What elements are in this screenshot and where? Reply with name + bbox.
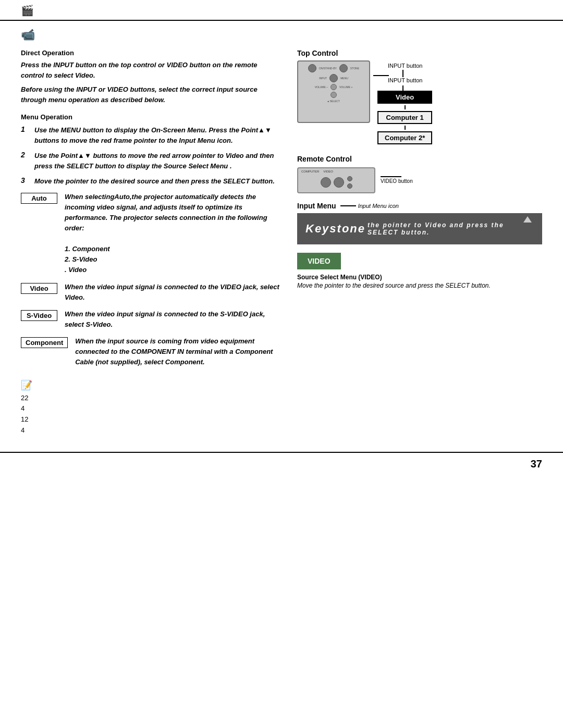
computer1-button: Computer 1 <box>377 111 432 124</box>
source-video-desc-text: When the video input signal is connected… <box>65 283 279 301</box>
input-menu-icon-label: Input Menu icon <box>358 203 399 209</box>
remote-video-btn <box>334 177 344 188</box>
input-menu-section: Input Menu Input Menu icon Keystone the … <box>297 202 542 289</box>
left-column: Direct Operation Press the INPUT button … <box>21 49 292 374</box>
top-control-title: Top Control <box>297 49 542 57</box>
projector-diagram: ON/STAND-BY STONE INPUT MENU VOLUME – <box>297 60 370 123</box>
menu-operation-section: Menu Operation 1 Use the MENU button to … <box>21 113 282 187</box>
page-number: 37 <box>531 458 542 470</box>
top-control-section: Top Control ON/STAND-BY STONE <box>297 49 542 144</box>
source-svideo-desc-text: When the video input signal is connected… <box>65 310 265 328</box>
input-arrow <box>373 75 389 76</box>
source-video-row: Video When the video input signal is con… <box>21 282 282 303</box>
source-auto-desc: When selectingAuto,the projector automat… <box>65 192 282 276</box>
step-3: 3 Move the pointer to the desired source… <box>21 176 282 187</box>
direct-operation-text1: Press the INPUT button on the top contro… <box>21 60 282 80</box>
remote-small-btn-2 <box>347 183 352 189</box>
source-svideo-desc: When the video input signal is connected… <box>65 309 282 330</box>
step-2-number: 2 <box>21 151 31 159</box>
source-component-desc: When the input source is coming from vid… <box>75 336 282 367</box>
remote-control-title: Remote Control <box>297 155 542 163</box>
bottom-note-icon: 📝 <box>21 379 542 391</box>
bottom-notes: 📝 22 4 12 4 <box>0 374 563 436</box>
right-column: Top Control ON/STAND-BY STONE <box>292 49 542 374</box>
source-svideo-row: S-Video When the video input signal is c… <box>21 309 282 330</box>
source-auto-row: Auto When selectingAuto,the projector au… <box>21 192 282 276</box>
source-svideo-box: S-Video <box>21 310 57 321</box>
input-button-label-2: INPUT button <box>388 77 432 83</box>
step-1: 1 Use the MENU button to display the On-… <box>21 125 282 145</box>
remote-control-section: Remote Control COMPUTER VIDEO <box>297 155 542 193</box>
triangle-icon <box>523 216 532 223</box>
remote-computer-btn <box>321 177 331 188</box>
source-video-box: Video <box>21 283 57 294</box>
direct-operation-text2: Before using the INPUT or VIDEO buttons,… <box>21 84 282 105</box>
step-2: 2 Use the Point▲▼ buttons to move the re… <box>21 151 282 171</box>
proj-btn-input <box>329 74 338 82</box>
source-auto-box: Auto <box>21 193 57 204</box>
proj-knob-2 <box>331 92 337 98</box>
note-num-4: 4 <box>21 425 542 436</box>
step-3-text: Move the pointer to the desired source a… <box>34 176 275 187</box>
proj-btn-2 <box>339 64 348 72</box>
input-menu-title-text: Input Menu <box>297 202 336 210</box>
note-num-2: 4 <box>21 403 542 414</box>
menu-operation-title: Menu Operation <box>21 113 282 121</box>
step-3-number: 3 <box>21 176 31 184</box>
top-bar: 🎬 <box>0 0 563 21</box>
page-container: 🎬 📹 Direct Operation Press the INPUT but… <box>0 0 563 728</box>
source-component-desc-text: When the input source is coming from vid… <box>75 337 273 366</box>
proj-btn-1 <box>308 64 316 72</box>
section-icon: 📹 <box>21 28 35 41</box>
step-1-number: 1 <box>21 125 31 133</box>
keystone-text: Keystone <box>305 222 365 236</box>
source-video-desc: When the video input signal is connected… <box>65 282 282 303</box>
step-1-text: Use the MENU button to display the On-Sc… <box>34 125 282 145</box>
direct-operation-section: Direct Operation Press the INPUT button … <box>21 49 282 105</box>
note-num-3: 12 <box>21 414 542 425</box>
section-icon-row: 📹 <box>0 21 563 44</box>
direct-operation-title: Direct Operation <box>21 49 282 57</box>
note-num-1: 22 <box>21 393 542 404</box>
video-button: Video <box>377 91 432 104</box>
bottom-note-numbers: 22 4 12 4 <box>21 393 542 436</box>
step-2-text: Use the Point▲▼ buttons to move the red … <box>34 151 282 171</box>
keystone-overlay: the pointer to Video and press the SELEC… <box>368 221 534 236</box>
source-select-desc: Move the pointer to the desired source a… <box>297 282 542 289</box>
video-source-box: VIDEO <box>297 253 341 269</box>
source-select-label: Source Select Menu (VIDEO) <box>297 274 542 281</box>
main-content: Direct Operation Press the INPUT button … <box>0 44 563 374</box>
proj-knob <box>331 84 337 90</box>
remote-small-btn-1 <box>347 176 352 181</box>
top-bar-icon: 🎬 <box>21 4 34 17</box>
keystone-banner: Keystone the pointer to Video and press … <box>297 213 542 244</box>
video-button-label: VIDEO button <box>381 178 413 184</box>
bottom-section: 37 <box>0 452 563 475</box>
source-component-box: Component <box>21 337 68 348</box>
computer2-button: Computer 2* <box>377 131 432 144</box>
input-button-label-top: INPUT button <box>388 63 432 69</box>
remote-control-diagram: COMPUTER VIDEO <box>297 167 375 193</box>
source-component-row: Component When the input source is comin… <box>21 336 282 367</box>
